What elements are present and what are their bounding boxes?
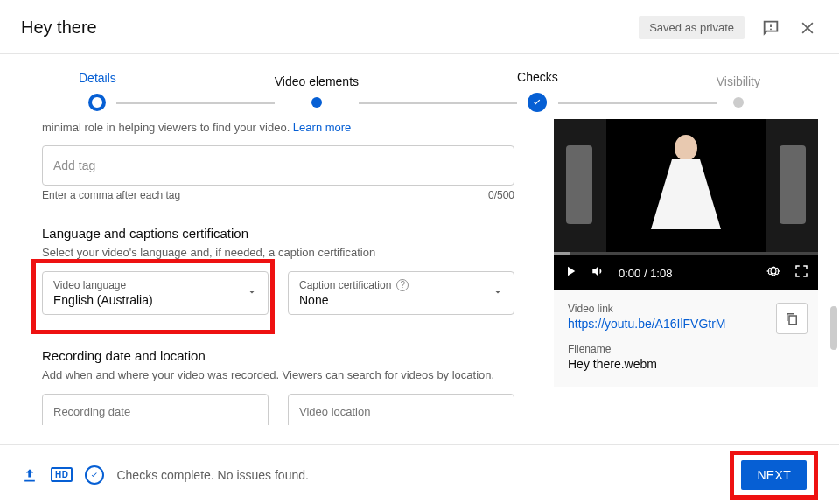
tags-hint: Enter a comma after each tag [42, 189, 180, 201]
caption-certification-select[interactable]: Caption certification ? None [288, 271, 514, 315]
filename-value: Hey there.webm [568, 357, 804, 371]
play-icon[interactable] [563, 263, 578, 283]
fullscreen-icon[interactable] [794, 263, 809, 283]
next-button[interactable]: NEXT [741, 460, 807, 490]
video-thumbnail[interactable] [554, 119, 818, 256]
step-dot-check-icon [528, 93, 547, 112]
tags-counter: 0/500 [488, 189, 514, 201]
hd-badge: HD [51, 467, 73, 482]
step-dot-active-icon [88, 94, 106, 111]
learn-more-link[interactable]: Learn more [293, 121, 351, 134]
upload-icon[interactable] [21, 466, 38, 484]
video-link-label: Video link [568, 303, 804, 315]
dialog-header: Hey there Saved as private [0, 0, 839, 54]
language-selects-row: Video language English (Australia) Capti… [42, 271, 514, 315]
side-column: 0:00 / 1:08 Video link https://youtu.be/… [554, 119, 818, 425]
video-metadata: Video link https://youtu.be/A16IlFVGtrM … [554, 290, 818, 387]
step-dot-icon [311, 97, 322, 108]
help-icon[interactable]: ? [396, 279, 409, 291]
recording-section-subtitle: Add when and where your video was record… [42, 368, 514, 382]
copy-link-button[interactable] [776, 303, 808, 334]
page-title: Hey there [21, 18, 97, 38]
volume-icon[interactable] [591, 263, 606, 283]
step-checks[interactable]: Checks [517, 70, 558, 112]
video-time: 0:00 / 1:08 [619, 267, 672, 280]
video-link[interactable]: https://youtu.be/A16IlFVGtrM [568, 317, 804, 331]
settings-gear-icon[interactable] [766, 263, 781, 283]
video-location-input[interactable] [288, 394, 514, 426]
chevron-down-icon [493, 285, 503, 301]
tags-input[interactable] [42, 145, 514, 186]
language-section-subtitle: Select your video's language and, if nee… [42, 246, 514, 259]
upload-stepper: Details Video elements Checks Visibility [0, 54, 839, 112]
chevron-down-icon [247, 285, 257, 301]
video-controls: 0:00 / 1:08 [554, 256, 818, 290]
scrollbar-thumb[interactable] [830, 306, 837, 350]
language-section-title: Language and captions certification [42, 226, 514, 241]
highlight-annotation: NEXT [730, 451, 818, 500]
close-icon[interactable] [797, 18, 818, 38]
step-video-elements[interactable]: Video elements [275, 74, 359, 108]
video-preview: 0:00 / 1:08 [554, 119, 818, 290]
tags-description-fragment: minimal role in helping viewers to find … [42, 119, 514, 136]
checks-ok-icon [85, 466, 104, 485]
video-language-select[interactable]: Video language English (Australia) [42, 271, 269, 315]
footer-status-text: Checks complete. No issues found. [116, 468, 308, 482]
filename-label: Filename [568, 343, 804, 355]
main-column: minimal role in helping viewers to find … [42, 119, 514, 425]
step-visibility[interactable]: Visibility [717, 74, 760, 108]
recording-inputs-row [42, 394, 514, 426]
recording-date-input[interactable] [42, 394, 269, 426]
feedback-icon[interactable] [760, 18, 781, 38]
recording-section-title: Recording date and location [42, 348, 514, 363]
svg-rect-2 [789, 316, 796, 325]
svg-point-1 [770, 28, 772, 30]
dialog-footer: HD Checks complete. No issues found. NEX… [0, 444, 839, 504]
step-dot-disabled-icon [733, 97, 744, 108]
tags-field: Enter a comma after each tag 0/500 [42, 145, 514, 201]
header-actions: Saved as private [639, 16, 818, 39]
step-details[interactable]: Details [79, 71, 116, 111]
content-area: minimal role in helping viewers to find … [0, 112, 839, 425]
saved-status-badge: Saved as private [639, 16, 745, 39]
